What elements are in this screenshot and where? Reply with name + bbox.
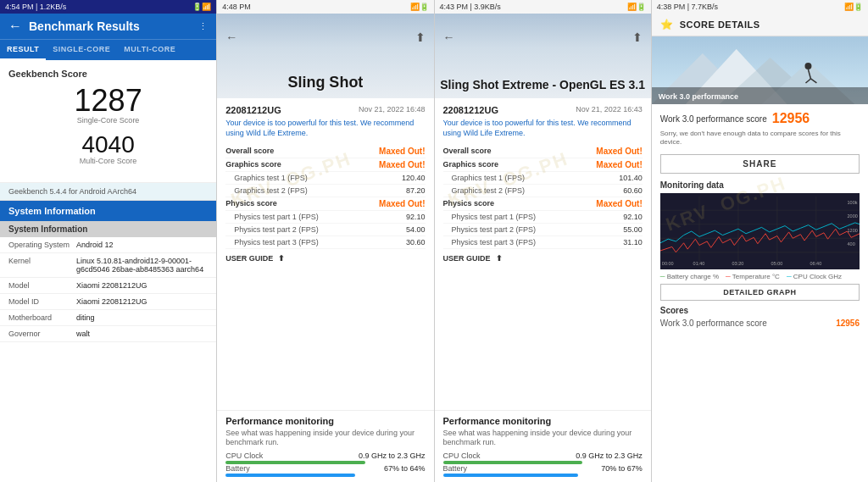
single-core-label: Single-Core Score (8, 116, 208, 125)
share-icon-3[interactable]: ⬆ (496, 254, 503, 263)
sling-back-icon-3[interactable]: ← (443, 30, 455, 44)
sling-content-3: 22081212UG Nov 21, 2022 16:43 Your devic… (435, 98, 651, 410)
perf-title-3: Performance monitoring (443, 416, 643, 426)
panel-sling-shot: 4:48 PM 📶🔋 ← ⬆ Sling Shot 22081212UG Nov… (217, 0, 434, 482)
info-row-kernel: Kernel Linux 5.10.81-android12-9-00001-g… (0, 253, 216, 278)
status-time-1: 4:54 PM | 1.2KB/s (5, 3, 66, 11)
perf-section-3: Performance monitoring See what was happ… (435, 410, 651, 482)
p2-row: Physics test part 2 (FPS) 54.00 (225, 224, 425, 236)
svg-text:01:40: 01:40 (693, 260, 704, 265)
info-row-motherboard: Motherboard diting (0, 310, 216, 326)
sling-hero-3: ← ⬆ Sling Shot Extreme - OpenGL ES 3.1 (435, 14, 651, 98)
graphics-label-3: Graphics score (443, 160, 499, 169)
detailed-graph-button[interactable]: DETAILED GRAPH (660, 284, 860, 301)
g1-val-3: 101.40 (619, 174, 643, 182)
sling-share-icon[interactable]: ⬆ (415, 30, 426, 44)
user-guide-3[interactable]: USER GUIDE ⬆ (443, 254, 643, 263)
geekbench-score-title: Geekbench Score (8, 69, 208, 79)
sling-table-2: Overall score Maxed Out! Graphics score … (225, 145, 425, 249)
status-time-3: 4:43 PM | 3.9KB/s (440, 3, 501, 11)
info-val-motherboard: diting (76, 313, 208, 322)
sling-warning-3: Your device is too powerful for this tes… (443, 119, 643, 138)
battery-key-2: Battery (225, 464, 250, 473)
p3-val-3: 31.10 (623, 238, 643, 247)
score-icon: ⭐ (660, 19, 673, 30)
sling-warning: Your device is too powerful for this tes… (225, 119, 425, 138)
benchmark-header: ← Benchmark Results ⋮ (0, 14, 216, 39)
p3-label: Physics test part 3 (FPS) (234, 238, 319, 247)
score-hero: Work 3.0 performance (652, 36, 868, 104)
graphics-row-3: Graphics score Maxed Out! (443, 158, 643, 172)
work-score-label: Work 3.0 performance score (660, 114, 767, 124)
multi-core-label: Multi-Core Score (8, 157, 208, 165)
back-icon[interactable]: ← (8, 19, 22, 34)
physics-val: Maxed Out! (379, 199, 425, 208)
user-guide-2[interactable]: USER GUIDE ⬆ (225, 254, 425, 263)
g1-val: 120.40 (402, 174, 426, 182)
cpu-key-2: CPU Clock (225, 452, 263, 460)
p3-label-3: Physics test part 3 (FPS) (452, 238, 537, 247)
overall-label-3: Overall score (443, 147, 492, 156)
battery-val-3: 70% to 67% (601, 464, 643, 473)
scores-section-title: Scores (660, 306, 860, 315)
battery-bar-2 (225, 474, 355, 477)
p1-row-3: Physics test part 1 (FPS) 92.10 (443, 211, 643, 224)
svg-rect-10 (660, 196, 860, 266)
sling-extreme-title: Sling Shot Extreme - OpenGL ES 3.1 (440, 78, 645, 91)
status-icons-2: 📶🔋 (410, 3, 429, 11)
status-icons-4: 📶🔋 (844, 3, 863, 11)
svg-text:1200: 1200 (847, 228, 857, 233)
p2-row-3: Physics test part 2 (FPS) 55.00 (443, 224, 643, 236)
svg-text:05:00: 05:00 (771, 260, 782, 265)
p3-row: Physics test part 3 (FPS) 30.60 (225, 236, 425, 249)
p2-label-3: Physics test part 2 (FPS) (452, 225, 537, 234)
sling-device-id: 22081212UG (225, 105, 281, 115)
g1-row: Graphics test 1 (FPS) 120.40 (225, 172, 425, 185)
status-time-4: 4:38 PM | 7.7KB/s (657, 3, 718, 11)
hero-overlay: Work 3.0 performance (652, 87, 868, 104)
status-icons-3: 📶🔋 (627, 3, 646, 11)
p3-val: 30.60 (406, 238, 426, 247)
sling-share-icon-3[interactable]: ⬆ (632, 30, 643, 44)
tab-result[interactable]: RESULT (0, 40, 46, 60)
graphics-val-3: Maxed Out! (596, 160, 642, 169)
final-score-label: Work 3.0 performance score (660, 319, 767, 328)
graphics-row: Graphics score Maxed Out! (225, 158, 425, 172)
overall-val-3: Maxed Out! (596, 147, 642, 156)
tab-single-core[interactable]: SINGLE-CORE (46, 40, 117, 60)
panel-sling-extreme: 4:43 PM | 3.9KB/s 📶🔋 ← ⬆ Sling Shot Extr… (435, 0, 652, 482)
status-bar-3: 4:43 PM | 3.9KB/s 📶🔋 (435, 0, 651, 14)
overall-row: Overall score Maxed Out! (225, 145, 425, 158)
share-icon-2[interactable]: ⬆ (278, 254, 285, 263)
sling-back-icon[interactable]: ← (225, 30, 237, 44)
info-key-modelid: Model ID (8, 297, 76, 306)
sling-date-3: Nov 21, 2022 16:43 (576, 105, 643, 115)
p1-val-3: 92.10 (623, 213, 643, 221)
info-row-os: Operating System Android 12 (0, 237, 216, 253)
share-button[interactable]: SHARE (660, 154, 860, 174)
g2-row: Graphics test 2 (FPS) 87.20 (225, 185, 425, 197)
chart-svg: 00:00 01:40 03:20 05:00 06:40 100k 2000 … (660, 193, 860, 269)
cpu-key-3: CPU Clock (443, 452, 481, 460)
sling-device-id-3: 22081212UG (443, 105, 498, 115)
svg-text:100k: 100k (847, 200, 857, 205)
svg-text:03:20: 03:20 (732, 260, 743, 265)
chart-legend: ─ Battery charge % ─ Temperature °C ─ CP… (660, 273, 860, 280)
g1-label-3: Graphics test 1 (FPS) (452, 174, 526, 182)
hero-label: Work 3.0 performance (659, 92, 738, 101)
physics-row: Physics score Maxed Out! (225, 197, 425, 211)
user-guide-label-3: USER GUIDE (443, 254, 491, 263)
g1-label: Graphics test 1 (FPS) (234, 174, 308, 182)
monitoring-title: Monitoring data (660, 180, 860, 190)
final-score-val: 12956 (836, 319, 860, 328)
perf-title-2: Performance monitoring (225, 416, 425, 426)
more-icon[interactable]: ⋮ (198, 21, 208, 32)
perf-desc-2: See what was happening inside your devic… (225, 429, 425, 448)
battery-bar-3 (443, 474, 579, 477)
single-core-score: 1287 (8, 86, 208, 116)
info-val-kernel: Linux 5.10.81-android12-9-00001-g6cd5046… (76, 257, 208, 274)
svg-text:400: 400 (847, 241, 854, 247)
tab-multi-core[interactable]: MULTI-CORE (117, 40, 182, 60)
panel-geekbench: 4:54 PM | 1.2KB/s 🔋📶 ← Benchmark Results… (0, 0, 217, 482)
sling-date: Nov 21, 2022 16:48 (359, 105, 426, 115)
